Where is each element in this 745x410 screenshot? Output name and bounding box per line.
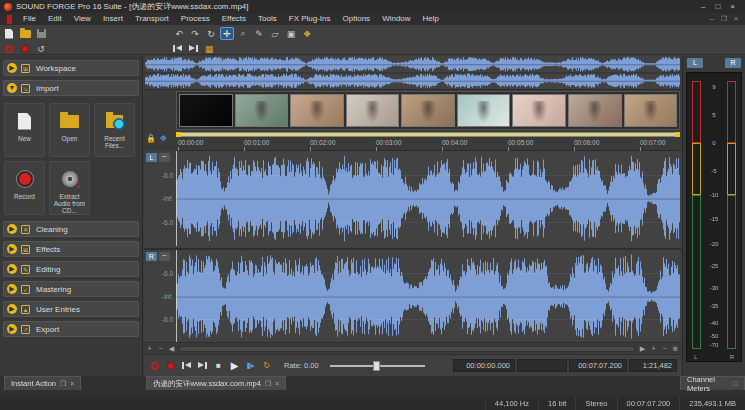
loop-playback-button[interactable]: ↻ [260,359,273,372]
chevron-right-icon[interactable]: ▶ [7,304,17,314]
envelope-tool-button[interactable]: ▱ [268,27,282,40]
scroll-zoom-bar[interactable]: + − ◀ ▶ + − ⊕ [144,342,681,354]
loop-end-marker[interactable] [675,132,680,137]
tool-open[interactable]: Open [49,103,90,157]
menu-process[interactable]: Process [175,13,216,25]
selection-mid-display[interactable] [517,359,567,372]
sidebar-section-mastering[interactable]: ▶✓Mastering [3,281,139,297]
rate-slider[interactable] [330,365,425,367]
edit-tool-button[interactable]: ✛ [220,27,234,40]
new-file-button[interactable] [2,27,16,40]
magnify-tool-button[interactable]: ⌕ [236,27,250,40]
event-tool-button[interactable]: ▣ [284,27,298,40]
sidebar-section-cleaning[interactable]: ▶✕Cleaning [3,221,139,237]
record-button[interactable] [164,359,177,372]
menu-effects[interactable]: Effects [216,13,252,25]
menu-help[interactable]: Help [417,13,445,25]
move-icon[interactable]: ✥ [160,134,167,143]
doc-tab-restore-icon[interactable]: ❐ [265,380,271,388]
play-button[interactable]: ▶ [228,359,241,372]
panel-close-icon[interactable]: × [70,380,74,387]
instant-action-tab[interactable]: Instant Action ❐ × [4,376,81,390]
position-display[interactable]: 00:00:00.000 [453,359,515,372]
record-remote-button[interactable] [148,359,161,372]
tool-recent-files[interactable]: Recent Files... [94,103,135,157]
doc-tab-close-icon[interactable]: × [275,380,279,387]
video-thumbnail-2[interactable] [235,94,289,127]
vzoom-in-button[interactable]: + [648,345,659,352]
menu-edit[interactable]: Edit [42,13,68,25]
skip-start-button[interactable] [170,42,184,55]
chevron-right-icon[interactable]: ▶ [7,63,17,73]
doc-close-button[interactable]: × [734,15,738,23]
menu-options[interactable]: Options [337,13,377,25]
menu-insert[interactable]: Insert [97,13,129,25]
chevron-down-icon[interactable]: ▼ [7,83,17,93]
rate-slider-thumb[interactable] [373,361,380,371]
menu-file[interactable]: File [17,13,42,25]
open-file-button[interactable] [18,27,32,40]
video-thumbnail-9[interactable] [624,94,678,127]
right-channel[interactable]: R − -6.0-Inf.-6.0 [144,248,681,343]
doc-restore-button[interactable]: ❐ [721,15,727,23]
meters-restore-icon[interactable]: □ [734,380,738,387]
record-remote-button[interactable] [2,42,16,55]
undo-button[interactable]: ↶ [172,27,186,40]
paint-tool-button[interactable]: ❖ [300,27,314,40]
left-channel-minimize-button[interactable]: − [159,153,170,162]
right-channel-minimize-button[interactable]: − [159,252,170,261]
left-channel[interactable]: L − -6.0-Inf.-6.0 [144,151,681,246]
loop-button[interactable]: ↺ [34,42,48,55]
stop-button[interactable]: ■ [212,359,225,372]
zoom-out-button[interactable]: − [155,345,166,352]
minimize-button[interactable]: – [701,0,705,13]
video-thumbnail-4[interactable] [346,94,400,127]
sidebar-section-export[interactable]: ▶↗Export [3,321,139,337]
mixer-button[interactable]: ▦ [202,42,216,55]
channel-meters-tab[interactable]: Channel Meters □ [680,376,745,390]
video-thumbnail-3[interactable] [290,94,344,127]
video-thumbnail-7[interactable] [512,94,566,127]
scroll-right-button[interactable]: ▶ [637,345,648,353]
play-normal-button[interactable]: ▮▸ [244,359,257,372]
doc-minimize-button[interactable]: – [710,15,714,23]
scroll-left-button[interactable]: ◀ [166,345,177,353]
sidebar-section-user-entries[interactable]: ▶▲User Entries [3,301,139,317]
menu-view[interactable]: View [68,13,97,25]
selection-end-display[interactable]: 00:07:07.200 [569,359,627,372]
document-tab[interactable]: 伪递的安详www.ssdax.com.mp4 ❐ × [146,376,286,390]
panel-restore-icon[interactable]: ❐ [60,380,66,388]
redo-button[interactable]: ↷ [188,27,202,40]
zoom-tool-button[interactable]: ⊕ [670,345,681,353]
go-to-end-button[interactable] [196,359,209,372]
video-thumbnail-6[interactable] [457,94,511,127]
selection-length-display[interactable]: 1:21,482 [629,359,677,372]
vzoom-out-button[interactable]: − [659,345,670,352]
tool-extract-audio-from-cd[interactable]: Extract Audio from CD... [49,161,90,215]
left-channel-button[interactable]: L [146,153,157,162]
sidebar-section-workspace[interactable]: ▶⊞Workspace [3,60,139,76]
zoom-in-button[interactable]: + [144,345,155,352]
menu-tools[interactable]: Tools [252,13,283,25]
chevron-right-icon[interactable]: ▶ [7,244,17,254]
chevron-right-icon[interactable]: ▶ [7,224,17,234]
overview-waveform[interactable] [145,56,680,90]
menu-window[interactable]: Window [376,13,416,25]
menu-transport[interactable]: Transport [129,13,175,25]
record-button[interactable] [18,42,32,55]
lock-icon[interactable]: 🔒 [146,134,156,143]
sidebar-section-import[interactable]: ▼↘Import [3,80,139,96]
time-ruler[interactable]: 00:00:0000:01:0000:02:0000:03:0000:04:00… [176,138,680,151]
menu-fx-plug-ins[interactable]: FX Plug-Ins [283,13,337,25]
loop-start-marker[interactable] [176,132,181,137]
meter-l-button[interactable]: L [687,58,703,68]
chevron-right-icon[interactable]: ▶ [7,264,17,274]
video-thumbnail-5[interactable] [401,94,455,127]
save-file-button[interactable] [34,27,48,40]
repeat-button[interactable]: ↻ [204,27,218,40]
pencil-tool-button[interactable]: ✎ [252,27,266,40]
maximize-button[interactable]: □ [715,0,720,13]
close-button[interactable]: × [730,0,735,13]
horizontal-scrollbar[interactable] [179,346,635,352]
tool-new[interactable]: New [4,103,45,157]
